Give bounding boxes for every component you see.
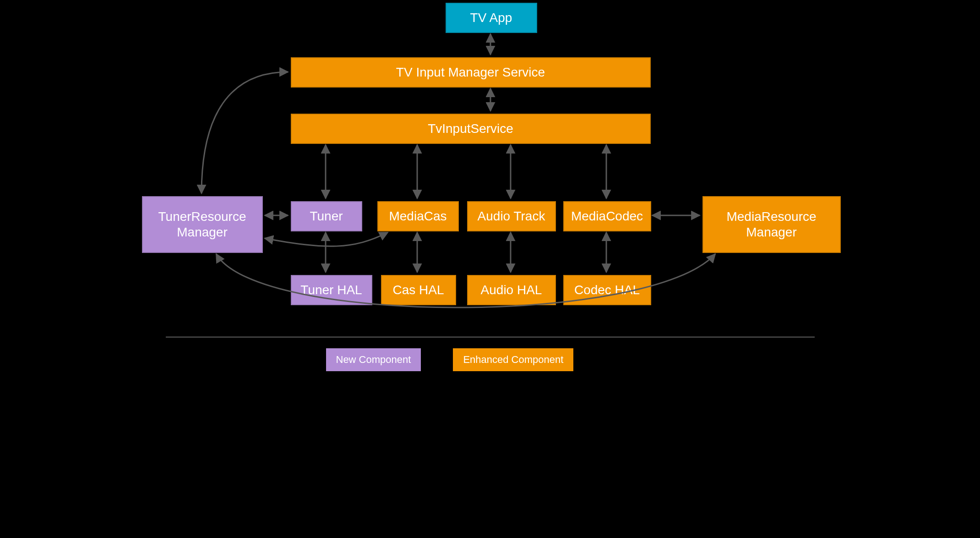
legend-divider [166, 337, 815, 337]
arrow-trm-mediacas [265, 232, 388, 246]
label: TvInputService [428, 121, 513, 137]
label: Cas HAL [392, 282, 444, 298]
box-audiotrack: Audio Track [467, 201, 556, 231]
box-codec-hal: Codec HAL [563, 275, 651, 305]
legend: New Component Enhanced Component [326, 348, 574, 371]
box-audio-hal: Audio HAL [467, 275, 556, 305]
label: Codec HAL [574, 282, 640, 298]
label: MediaCodec [571, 209, 643, 224]
arrows-layer [138, 0, 842, 372]
diagram-canvas: TV App TV Input Manager Service TvInputS… [138, 0, 842, 372]
arrow-trm-tims [201, 72, 288, 193]
label: Tuner HAL [300, 282, 362, 298]
box-tuner: Tuner [291, 201, 362, 231]
box-mrm: MediaResourceManager [702, 196, 841, 253]
box-tv-app: TV App [446, 3, 537, 33]
label: TunerResourceManager [158, 209, 246, 240]
box-trm: TunerResourceManager [142, 196, 263, 253]
label: TV Input Manager Service [396, 65, 545, 80]
label: MediaResourceManager [726, 209, 816, 240]
box-mediacodec: MediaCodec [563, 201, 651, 231]
box-tuner-hal: Tuner HAL [291, 275, 372, 305]
legend-new: New Component [326, 348, 421, 371]
label: TV App [470, 10, 512, 26]
box-cas-hal: Cas HAL [381, 275, 456, 305]
box-tims: TV Input Manager Service [291, 57, 651, 88]
box-mediacas: MediaCas [377, 201, 459, 231]
label: MediaCas [389, 209, 446, 224]
label: Audio Track [478, 209, 545, 224]
box-tis: TvInputService [291, 114, 651, 144]
legend-enhanced: Enhanced Component [453, 348, 573, 371]
label: Tuner [310, 209, 343, 224]
label: Audio HAL [481, 282, 542, 298]
